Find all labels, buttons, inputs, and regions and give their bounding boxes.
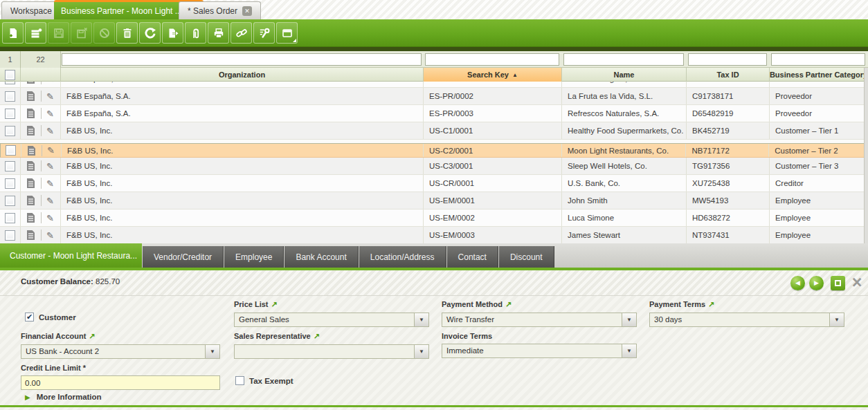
column-header-category[interactable]: Business Partner Category: [770, 68, 868, 82]
column-header-organization[interactable]: Organization: [61, 68, 424, 82]
filter-input-name[interactable]: [563, 53, 684, 66]
edit-pencil-icon[interactable]: ✎: [46, 231, 54, 240]
link-button[interactable]: [230, 22, 252, 44]
checkbox-checked-icon[interactable]: ✔: [25, 313, 34, 322]
edit-pencil-icon[interactable]: ✎: [46, 196, 54, 205]
payment-terms-select[interactable]: 30 days ▼: [649, 313, 844, 327]
refresh-button[interactable]: [139, 22, 161, 44]
edit-pencil-icon[interactable]: ✎: [46, 92, 54, 101]
dropdown-button[interactable]: ▼: [414, 345, 428, 358]
filter-input-organization[interactable]: [62, 53, 422, 66]
next-record-button[interactable]: ▶: [809, 276, 824, 290]
detail-tab-bank-account[interactable]: Bank Account: [284, 246, 358, 268]
form-view-icon[interactable]: [26, 195, 36, 206]
audit-trail-button[interactable]: [253, 22, 275, 44]
tax-exempt-checkbox-field[interactable]: Tax Exempt: [235, 376, 293, 385]
row-checkbox[interactable]: [5, 91, 15, 102]
link-out-icon[interactable]: ↗: [89, 332, 95, 340]
form-view-icon[interactable]: [26, 212, 36, 223]
close-icon[interactable]: ✕: [242, 6, 252, 16]
edit-pencil-icon[interactable]: ✎: [47, 146, 55, 155]
detail-tab-location-address[interactable]: Location/Address: [359, 246, 446, 268]
undo-button[interactable]: [93, 22, 115, 44]
form-view-icon[interactable]: [26, 145, 37, 156]
sales-representative-select[interactable]: ▼: [234, 344, 429, 359]
financial-account-select[interactable]: US Bank - Account 2 ▼: [21, 344, 220, 359]
more-information-toggle[interactable]: ▶ More Information: [25, 393, 102, 401]
row-checkbox[interactable]: [6, 145, 16, 156]
column-header-tax-id[interactable]: Tax ID: [687, 68, 770, 82]
edit-pencil-icon[interactable]: ✎: [46, 127, 54, 136]
table-row[interactable]: ✎F&B US, Inc.US-EM/0001John SmithMW54193…: [0, 192, 868, 209]
form-view-icon[interactable]: [26, 178, 36, 189]
row-checkbox[interactable]: [5, 126, 15, 136]
credit-line-limit-input[interactable]: [21, 375, 220, 390]
edit-pencil-icon[interactable]: ✎: [46, 179, 54, 188]
detail-tab-contact[interactable]: Contact: [447, 246, 498, 268]
detail-tab-customer[interactable]: Customer - Moon Light Restaura...: [0, 243, 142, 268]
edit-pencil-icon[interactable]: ✎: [46, 82, 54, 84]
table-row[interactable]: ✎F&B España, S.A.ES-PR/0001Bebidas Alegr…: [0, 82, 868, 88]
row-checkbox[interactable]: [5, 213, 15, 223]
detail-tab-vendor-creditor[interactable]: Vendor/Creditor: [143, 246, 224, 268]
delete-button[interactable]: [116, 22, 138, 44]
edit-pencil-icon[interactable]: ✎: [46, 109, 54, 118]
invoice-terms-select[interactable]: Immediate ▼: [442, 344, 637, 358]
attachment-button[interactable]: [185, 22, 206, 44]
link-out-icon[interactable]: ↗: [708, 300, 714, 308]
link-out-icon[interactable]: ↗: [271, 300, 278, 308]
row-checkbox[interactable]: [5, 178, 15, 189]
detail-tab-employee[interactable]: Employee: [224, 246, 284, 268]
detail-tab-discount[interactable]: Discount: [499, 246, 554, 268]
export-button[interactable]: [162, 22, 183, 44]
table-row[interactable]: ✎F&B US, Inc.US-C3/0001Sleep Well Hotels…: [0, 158, 868, 175]
row-checkbox[interactable]: [5, 161, 15, 171]
table-row[interactable]: ✎F&B España, S.A.ES-PR/0002La Fruta es l…: [0, 88, 868, 105]
table-row[interactable]: ✎F&B España, S.A.ES-PR/0003Refrescos Nat…: [0, 105, 868, 122]
close-form-button[interactable]: ×: [849, 274, 865, 290]
filter-input-tax-id[interactable]: [688, 53, 767, 66]
row-checkbox[interactable]: [5, 82, 15, 84]
dropdown-button[interactable]: ▼: [622, 313, 636, 326]
dropdown-button[interactable]: ▼: [829, 313, 844, 326]
link-out-icon[interactable]: ↗: [505, 300, 512, 308]
table-row[interactable]: ✎F&B US, Inc.US-C2/0001Moon Light Restau…: [0, 143, 868, 158]
save-and-close-button[interactable]: [71, 22, 92, 44]
previous-record-button[interactable]: ◀: [790, 276, 805, 290]
column-header-search-key[interactable]: Search Key ▲: [424, 68, 562, 82]
row-checkbox[interactable]: [5, 230, 15, 241]
row-checkbox[interactable]: [5, 109, 15, 119]
row-checkbox[interactable]: [5, 196, 15, 206]
new-record-button[interactable]: [2, 22, 24, 44]
payment-method-select[interactable]: Wire Transfer ▼: [442, 313, 637, 327]
dropdown-button[interactable]: ▼: [622, 344, 636, 357]
dropdown-button[interactable]: ▼: [414, 313, 428, 326]
column-header-name[interactable]: Name: [562, 68, 687, 82]
table-row[interactable]: ✎F&B US, Inc.US-CR/0001U.S. Bank, Co.XU7…: [0, 175, 868, 192]
form-view-icon[interactable]: [26, 125, 36, 136]
table-row[interactable]: ✎F&B US, Inc.US-EM/0003James StewartNT93…: [0, 227, 868, 243]
maximize-form-button[interactable]: [831, 276, 845, 290]
filter-input-search-key[interactable]: [425, 53, 559, 66]
customer-checkbox-field[interactable]: ✔ Customer: [25, 313, 76, 322]
tab-sales-order[interactable]: * Sales Order ✕: [179, 1, 261, 19]
link-out-icon[interactable]: ↗: [314, 332, 320, 340]
edit-pencil-icon[interactable]: ✎: [46, 162, 54, 171]
table-row[interactable]: ✎F&B US, Inc.US-C1/0001Healthy Food Supe…: [0, 122, 868, 140]
edit-pencil-icon[interactable]: ✎: [46, 214, 54, 223]
tab-workspace[interactable]: Workspace: [1, 1, 61, 19]
select-all-checkbox[interactable]: [5, 70, 15, 80]
checkbox-unchecked-icon[interactable]: [235, 376, 244, 385]
table-row[interactable]: ✎F&B US, Inc.US-EM/0002Luca SimoneHD6382…: [0, 209, 868, 227]
form-view-icon[interactable]: [26, 91, 36, 102]
form-view-icon[interactable]: [26, 108, 36, 119]
grid-scrollbar-track[interactable]: [864, 68, 868, 243]
dropdown-button[interactable]: ▼: [205, 345, 219, 358]
print-button[interactable]: [208, 22, 229, 44]
price-list-select[interactable]: General Sales ▼: [234, 313, 429, 327]
form-view-icon[interactable]: [26, 230, 36, 241]
filter-input-category[interactable]: [771, 53, 865, 66]
form-view-icon[interactable]: [26, 160, 36, 171]
form-view-icon[interactable]: [26, 82, 36, 84]
toggle-grid-form-button[interactable]: [276, 22, 298, 44]
